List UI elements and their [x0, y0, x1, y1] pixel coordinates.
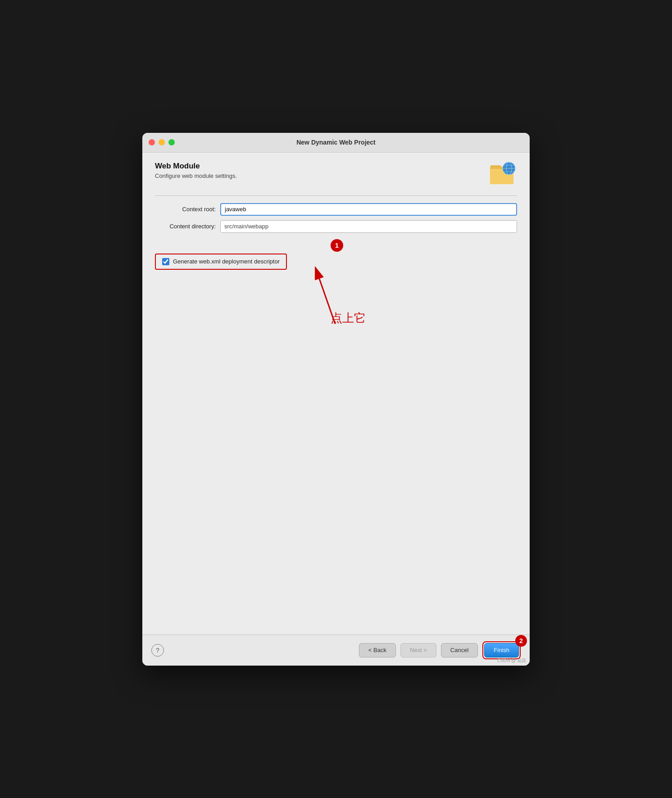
- context-root-label: Context root:: [155, 206, 220, 213]
- content-directory-label: Content directory:: [155, 223, 220, 230]
- page-header: Web Module Configure web module settings…: [155, 162, 517, 186]
- close-button[interactable]: [149, 139, 155, 145]
- separator: [155, 195, 517, 196]
- header-icon: [490, 162, 517, 186]
- finish-wrapper: Finish 2: [482, 641, 521, 659]
- annotation-area: 点上它: [155, 274, 517, 355]
- generate-webxml-label[interactable]: Generate web.xml deployment descriptor: [162, 258, 280, 265]
- generate-webxml-section: Generate web.xml deployment descriptor: [155, 254, 287, 270]
- window-title: New Dynamic Web Project: [296, 139, 376, 146]
- page-subtitle: Configure web module settings.: [155, 172, 237, 179]
- finish-button[interactable]: Finish: [484, 643, 519, 657]
- titlebar: New Dynamic Web Project: [142, 133, 530, 153]
- dialog-footer: ? < Back Next > Cancel Finish 2: [142, 635, 530, 666]
- cancel-button[interactable]: Cancel: [441, 643, 478, 657]
- annotation-badge-2: 2: [515, 635, 527, 647]
- next-button: Next >: [400, 643, 436, 657]
- footer-buttons: < Back Next > Cancel Finish 2: [359, 641, 521, 659]
- window-controls: [149, 139, 175, 145]
- dialog-content: Web Module Configure web module settings…: [142, 153, 530, 355]
- page-title: Web Module: [155, 162, 237, 171]
- context-root-input[interactable]: [220, 203, 517, 216]
- maximize-button[interactable]: [168, 139, 175, 145]
- help-button[interactable]: ?: [151, 644, 164, 657]
- context-root-row: Context root:: [155, 203, 517, 216]
- content-directory-row: Content directory:: [155, 220, 517, 233]
- annotation-chinese-text: 点上它: [331, 310, 366, 326]
- folder-globe-icon: [490, 162, 517, 186]
- main-area: [142, 355, 530, 635]
- header-text: Web Module Configure web module settings…: [155, 162, 237, 179]
- generate-webxml-text: Generate web.xml deployment descriptor: [173, 258, 280, 265]
- finish-border-annotation: Finish: [482, 641, 521, 659]
- watermark: CSDN @ 花花: [497, 657, 526, 664]
- back-button[interactable]: < Back: [359, 643, 396, 657]
- content-directory-input[interactable]: [220, 220, 517, 233]
- annotation-badge-1: 1: [331, 239, 343, 252]
- dialog-window: New Dynamic Web Project Web Module Confi…: [142, 133, 530, 666]
- footer-left: ?: [151, 644, 164, 657]
- minimize-button[interactable]: [159, 139, 165, 145]
- generate-webxml-checkbox[interactable]: [162, 258, 169, 265]
